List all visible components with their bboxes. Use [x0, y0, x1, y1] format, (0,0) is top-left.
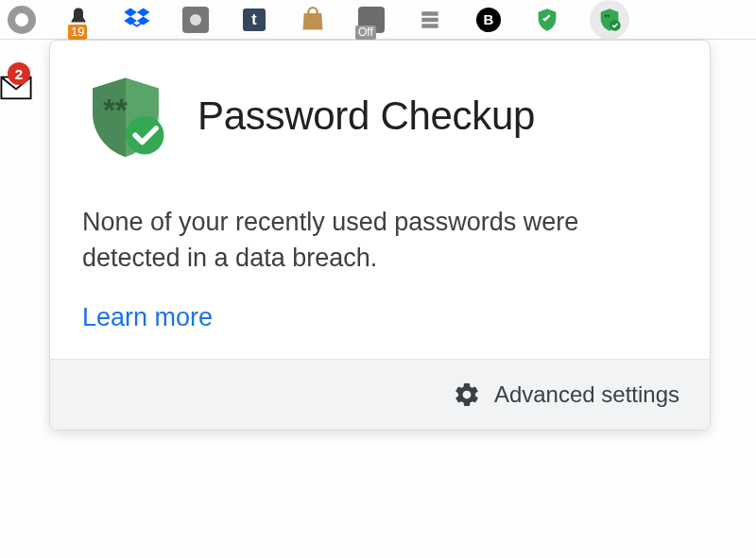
learn-more-link[interactable]: Learn more [82, 303, 213, 332]
shield-check-icon[interactable] [531, 4, 563, 36]
off-badge: Off [355, 25, 376, 40]
extension-b-icon[interactable]: B [472, 4, 505, 36]
svg-text:**: ** [103, 93, 128, 127]
extension-notification-icon[interactable]: 19 [62, 4, 94, 36]
popup-body-text: None of your recently used passwords wer… [82, 205, 678, 277]
extension-off-icon[interactable]: Off [355, 4, 387, 36]
password-checkup-extension-icon[interactable]: ** [590, 0, 629, 40]
browser-extensions-toolbar: 19 t Off B ** [0, 0, 756, 40]
shield-password-icon: ** [82, 73, 169, 160]
shopping-bag-icon[interactable] [297, 4, 329, 36]
password-checkup-popup: ** Password Checkup None of your recentl… [49, 40, 711, 431]
dropbox-icon[interactable] [121, 4, 153, 36]
svg-text:**: ** [604, 13, 610, 22]
extension-icon-generic[interactable] [8, 6, 36, 34]
extension-stack-icon[interactable] [414, 4, 446, 36]
mail-notification-icon[interactable]: 2 [0, 76, 32, 100]
advanced-settings-label: Advanced settings [494, 381, 679, 408]
extension-grey-circle-icon[interactable] [180, 4, 212, 36]
notification-count-badge: 19 [68, 25, 87, 40]
gear-icon [453, 380, 481, 409]
popup-header: ** Password Checkup [82, 73, 678, 160]
mail-count-badge: 2 [8, 62, 30, 85]
popup-card: ** Password Checkup None of your recentl… [50, 41, 710, 359]
popup-footer[interactable]: Advanced settings [50, 359, 710, 430]
tumblr-icon[interactable]: t [238, 4, 270, 36]
popup-title: Password Checkup [198, 93, 535, 139]
svg-point-3 [126, 116, 163, 154]
